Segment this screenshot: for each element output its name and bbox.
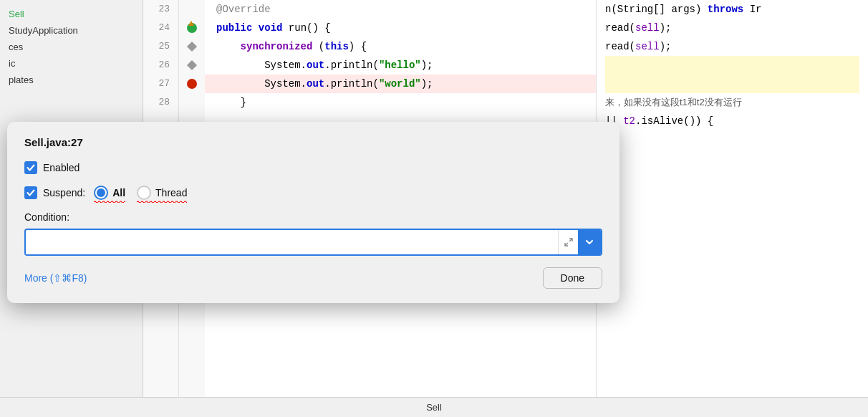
suspend-row: Suspend: All Thread [24, 186, 602, 200]
suspend-checkbox-wrap: Suspend: [24, 186, 85, 199]
thread-radio-wrap[interactable]: Thread [137, 186, 187, 200]
condition-input-wrap [24, 229, 602, 256]
enabled-checkbox-wrap: Enabled [24, 161, 79, 174]
done-button[interactable]: Done [543, 267, 602, 289]
expand-icon [564, 238, 573, 246]
radio-fill [97, 188, 105, 197]
breakpoint-dialog: Sell.java:27 Enabled Suspend: [7, 122, 619, 303]
chevron-down-icon [586, 240, 593, 244]
enabled-label: Enabled [43, 162, 79, 173]
all-radio-button[interactable] [94, 186, 108, 200]
suspend-radio-group: All Thread [94, 186, 187, 200]
squiggle-thread [137, 201, 187, 203]
bottom-bar-label: Sell [426, 402, 442, 413]
all-radio-wrap[interactable]: All [94, 186, 125, 200]
dialog-title: Sell.java:27 [24, 136, 602, 148]
more-link[interactable]: More (⇧⌘F8) [24, 272, 87, 284]
thread-radio-button[interactable] [137, 186, 151, 200]
dialog-overlay: Sell.java:27 Enabled Suspend: [0, 0, 868, 417]
condition-label: Condition: [24, 211, 602, 223]
suspend-checkbox[interactable] [24, 186, 37, 199]
squiggle-all [94, 201, 125, 203]
bottom-bar: Sell [0, 397, 868, 417]
expand-button[interactable] [558, 230, 578, 254]
check-icon-2 [26, 188, 35, 197]
all-radio-label: All [112, 187, 125, 198]
condition-input[interactable] [26, 230, 558, 254]
suspend-label: Suspend: [43, 187, 85, 198]
enabled-row: Enabled [24, 161, 602, 174]
check-icon [26, 163, 35, 172]
dialog-footer: More (⇧⌘F8) Done [24, 267, 602, 289]
enabled-checkbox[interactable] [24, 161, 37, 174]
dropdown-button[interactable] [578, 230, 601, 254]
thread-radio-label: Thread [155, 187, 187, 198]
